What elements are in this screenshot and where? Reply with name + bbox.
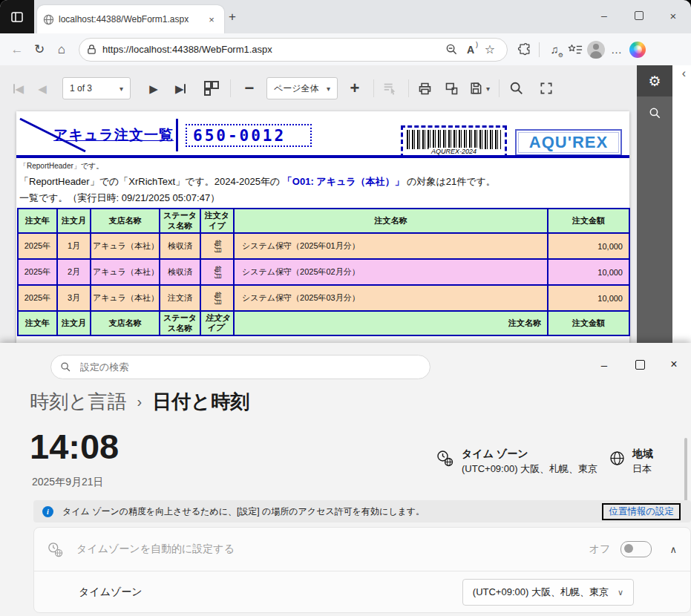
workspaces-icon	[10, 10, 24, 24]
toggle-state-label: オフ	[589, 543, 611, 556]
timezone-value: (UTC+09:00) 大阪、札幌、東京	[462, 462, 597, 476]
banner-text: タイム ゾーンの精度を向上させるために、[設定] の場所のアクセス許可を有効にし…	[62, 505, 425, 518]
profile-avatar[interactable]	[586, 37, 606, 62]
region-label: 地域	[632, 448, 653, 461]
auto-timezone-label: タイムゾーンを自動的に設定する	[76, 543, 235, 556]
extensions-icon[interactable]	[514, 37, 534, 62]
settings-window: – × 時刻と言語 › 日付と時刻 14:08 2025年9月21日 タイム ゾ…	[0, 343, 691, 616]
col-header: 注文名称	[234, 209, 548, 233]
chevron-up-icon[interactable]: ∧	[669, 544, 677, 555]
search-icon	[60, 361, 71, 373]
panel-search-icon[interactable]	[637, 107, 672, 119]
region-value: 日本	[632, 462, 652, 476]
table-row: 2025年 3月 アキュラ（本社） 注文済 毎月 システム保守（2025年03月…	[18, 285, 629, 311]
fullscreen-icon[interactable]	[537, 77, 556, 99]
tab-close-icon[interactable]: ×	[205, 13, 218, 26]
timezone-dropdown[interactable]: (UTC+09:00) 大阪、札幌、東京 ∨	[462, 579, 634, 606]
back-icon[interactable]: ←	[6, 39, 28, 61]
viewer-options-gear-icon[interactable]: ⚙	[637, 65, 672, 96]
settings-search-box[interactable]	[50, 355, 430, 379]
first-page-button[interactable]: ◀	[9, 77, 28, 99]
auto-timezone-icon	[48, 542, 63, 557]
settings-search-input[interactable]	[79, 361, 421, 373]
breadcrumb: 時刻と言語 › 日付と時刻	[30, 389, 249, 415]
collapse-panel-icon[interactable]: ‹	[682, 67, 686, 80]
col-header: 注文タイプ	[200, 209, 234, 233]
viewer-search-icon[interactable]	[507, 77, 526, 99]
table-footer-header-row: 注文年 注文月 支店名称 ステータス名称 注文タイプ 注文名称 注文金額	[18, 311, 629, 335]
toolbar-separator	[373, 79, 374, 97]
browser-close-button[interactable]: ×	[658, 4, 689, 27]
url-text[interactable]: https://localhost:44388/WebForm1.aspx	[102, 44, 442, 55]
highlight-branch: 「O01: アキュラ（本社）」	[283, 176, 405, 187]
viewer-side-panel: ⚙	[637, 65, 672, 343]
browser-tab-strip: localhost:44388/WebForm1.aspx × + – ×	[0, 0, 691, 33]
region-globe-icon	[609, 450, 626, 467]
copilot-icon[interactable]	[627, 37, 648, 62]
timezone-settings-card: タイムゾーンを自動的に設定する オフ ∧ タイムゾーン (UTC+09:00) …	[33, 527, 691, 613]
caret-down-icon: ▾	[327, 85, 330, 93]
settings-scrollbar[interactable]	[684, 438, 687, 508]
barcode-bars	[407, 130, 501, 149]
info-icon: i	[42, 506, 53, 517]
header-divider	[176, 119, 178, 151]
chevron-down-icon: ∨	[618, 588, 623, 597]
maximize-icon	[635, 360, 645, 370]
toolbar-divider	[539, 42, 540, 57]
print-button[interactable]	[415, 77, 434, 99]
previous-page-button[interactable]: ◀	[33, 77, 52, 99]
col-header: 注文金額	[548, 209, 629, 233]
page-indicator-dropdown[interactable]: 1 of 3▾	[62, 77, 131, 99]
favorites-star-icon[interactable]: ☆	[480, 40, 500, 59]
browser-minimize-button[interactable]: –	[589, 4, 620, 27]
favorites-bar-icon[interactable]	[565, 37, 586, 62]
new-tab-button[interactable]: +	[223, 7, 242, 27]
col-header: ステータス名称	[160, 209, 200, 233]
panel-collapse-strip: ‹	[672, 65, 691, 343]
toolbar-separator	[408, 79, 409, 97]
browser-maximize-button[interactable]	[623, 4, 655, 27]
breadcrumb-parent[interactable]: 時刻と言語	[30, 389, 127, 415]
media-controls-icon[interactable]: ♫⚙	[544, 37, 565, 62]
highlight-editing-fields-icon[interactable]	[380, 77, 399, 99]
zoom-out-button[interactable]: −	[240, 77, 259, 99]
auto-timezone-toggle[interactable]	[620, 541, 652, 557]
band-caption: 「ReportHeader」です。	[19, 161, 103, 171]
zoom-out-icon[interactable]	[442, 40, 461, 59]
last-page-button[interactable]: ▶	[171, 77, 190, 99]
current-time: 14:08	[30, 426, 119, 467]
settings-minimize-button[interactable]: –	[588, 353, 620, 376]
zoom-in-button[interactable]: +	[345, 77, 364, 99]
barcode-label: AQUREX-2024	[428, 148, 479, 155]
next-page-button[interactable]: ▶	[144, 77, 163, 99]
refresh-icon[interactable]: ↻	[28, 39, 50, 61]
multipage-view-icon[interactable]	[202, 77, 221, 99]
location-settings-link[interactable]: 位置情報の設定	[602, 503, 681, 520]
auto-timezone-row[interactable]: タイムゾーンを自動的に設定する オフ ∧	[34, 528, 690, 571]
timezone-select-row: タイムゾーン (UTC+09:00) 大阪、札幌、東京 ∨	[34, 571, 690, 613]
address-bar[interactable]: https://localhost:44388/WebForm1.aspx A)…	[79, 38, 508, 62]
zoom-mode-dropdown[interactable]: ページ全体▾	[266, 77, 338, 99]
current-date: 2025年9月21日	[32, 476, 104, 489]
page-title: 日付と時刻	[152, 389, 249, 415]
col-header: 注文年	[18, 209, 57, 233]
barcode: AQUREX-2024	[401, 125, 507, 158]
export-document-button[interactable]: ▾	[468, 77, 490, 99]
table-row: 2025年 1月 アキュラ（本社） 検収済 毎月 システム保守（2025年01月…	[18, 233, 629, 259]
orders-table: 注文年 注文月 支店名称 ステータス名称 注文タイプ 注文名称 注文金額 202…	[17, 208, 630, 336]
tab-actions-menu-button[interactable]	[0, 0, 34, 33]
browser-tab[interactable]: localhost:44388/WebForm1.aspx ×	[37, 5, 224, 33]
maximize-icon	[635, 11, 643, 20]
browser-toolbar: ← ↻ ⌂ https://localhost:44388/WebForm1.a…	[0, 33, 691, 65]
caret-down-icon: ▾	[486, 85, 490, 93]
settings-maximize-button[interactable]	[623, 353, 656, 376]
toolbar-separator	[499, 79, 500, 97]
settings-close-button[interactable]: ×	[658, 353, 690, 376]
toolbar-separator	[230, 79, 231, 97]
print-page-button[interactable]	[442, 77, 461, 99]
home-icon[interactable]: ⌂	[50, 39, 73, 61]
read-aloud-icon[interactable]: A)	[461, 40, 480, 59]
caret-down-icon: ▾	[119, 85, 123, 93]
viewer-toolbar: ◀ ◀ 1 of 3▾ ▶ ▶ − ページ全体▾ +	[9, 74, 556, 102]
browser-settings-menu-icon[interactable]: …	[606, 37, 627, 62]
